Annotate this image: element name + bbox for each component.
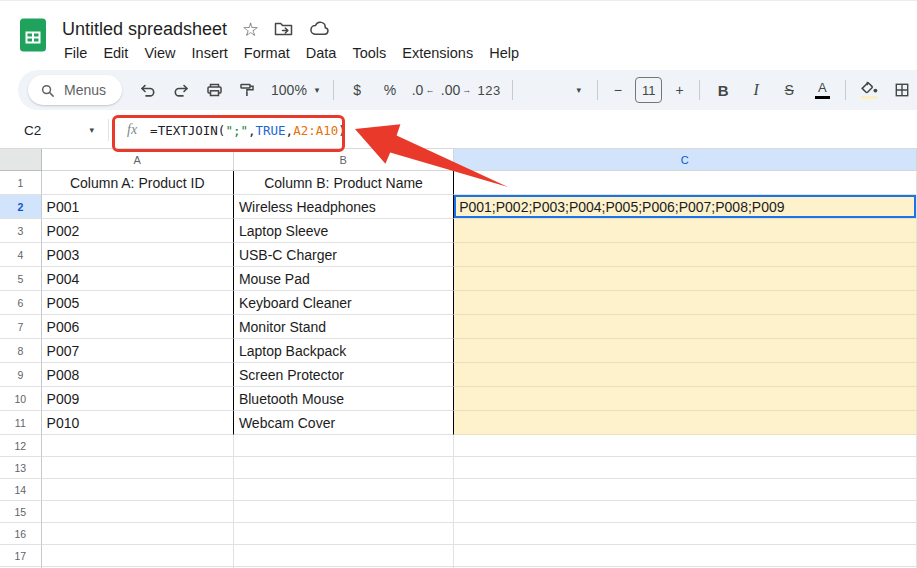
select-all-corner[interactable] <box>0 149 42 171</box>
undo-button[interactable] <box>133 76 163 104</box>
cell-C8[interactable] <box>454 339 917 363</box>
cell-B14[interactable] <box>234 479 454 501</box>
menu-insert[interactable]: Insert <box>184 43 236 63</box>
row-header-8[interactable]: 8 <box>0 339 42 363</box>
text-color-button[interactable]: A <box>807 76 837 104</box>
formula-text[interactable]: =TEXTJOIN(";",TRUE,A2:A10) <box>150 123 346 138</box>
fill-color-button[interactable] <box>854 76 884 104</box>
cell-A14[interactable] <box>42 479 234 501</box>
row-header-4[interactable]: 4 <box>0 243 42 267</box>
cell-B7[interactable]: Monitor Stand <box>234 315 454 339</box>
move-folder-icon[interactable] <box>274 21 294 37</box>
cell-A6[interactable]: P005 <box>42 291 234 315</box>
cell-C13[interactable] <box>454 457 917 479</box>
cell-C16[interactable] <box>454 523 917 545</box>
cell-C11[interactable] <box>454 411 917 435</box>
cell-C17[interactable] <box>454 545 917 567</box>
row-header-6[interactable]: 6 <box>0 291 42 315</box>
cell-B15[interactable] <box>234 501 454 523</box>
cell-B6[interactable]: Keyboard Cleaner <box>234 291 454 315</box>
menu-tools[interactable]: Tools <box>344 43 394 63</box>
cell-A9[interactable]: P008 <box>42 363 234 387</box>
row-header-1[interactable]: 1 <box>0 171 42 195</box>
menu-edit[interactable]: Edit <box>95 43 136 63</box>
cell-A8[interactable]: P007 <box>42 339 234 363</box>
cell-C6[interactable] <box>454 291 917 315</box>
cell-C14[interactable] <box>454 479 917 501</box>
column-header-B[interactable]: B <box>234 149 454 171</box>
strikethrough-button[interactable]: S <box>774 76 804 104</box>
row-header-3[interactable]: 3 <box>0 219 42 243</box>
cell-B16[interactable] <box>234 523 454 545</box>
row-header-11[interactable]: 11 <box>0 411 42 435</box>
sheets-logo-icon[interactable] <box>19 18 47 56</box>
cell-B10[interactable]: Bluetooth Mouse <box>234 387 454 411</box>
cell-B4[interactable]: USB-C Charger <box>234 243 454 267</box>
row-header-5[interactable]: 5 <box>0 267 42 291</box>
row-header-7[interactable]: 7 <box>0 315 42 339</box>
menu-view[interactable]: View <box>136 43 183 63</box>
menus-search-button[interactable]: Menus <box>28 75 122 105</box>
redo-button[interactable] <box>166 76 196 104</box>
decrease-decimal-button[interactable]: .0← <box>408 76 438 104</box>
cell-C12[interactable] <box>454 435 917 457</box>
cell-A4[interactable]: P003 <box>42 243 234 267</box>
menu-format[interactable]: Format <box>236 43 298 63</box>
cell-B11[interactable]: Webcam Cover <box>234 411 454 435</box>
cell-C15[interactable] <box>454 501 917 523</box>
cell-B13[interactable] <box>234 457 454 479</box>
row-header-12[interactable]: 12 <box>0 435 42 457</box>
cloud-saved-icon[interactable] <box>309 21 331 37</box>
cell-A13[interactable] <box>42 457 234 479</box>
cell-B8[interactable]: Laptop Backpack <box>234 339 454 363</box>
row-header-9[interactable]: 9 <box>0 363 42 387</box>
cell-A16[interactable] <box>42 523 234 545</box>
cell-A1[interactable]: Column A: Product ID <box>42 171 234 195</box>
cell-A2[interactable]: P001 <box>42 195 234 219</box>
cell-C3[interactable] <box>454 219 917 243</box>
cell-C1[interactable] <box>454 171 917 195</box>
cell-C2[interactable]: P001;P002;P003;P004;P005;P006;P007;P008;… <box>454 195 917 219</box>
borders-button[interactable] <box>887 76 917 104</box>
cell-A10[interactable]: P009 <box>42 387 234 411</box>
cell-B3[interactable]: Laptop Sleeve <box>234 219 454 243</box>
cell-A5[interactable]: P004 <box>42 267 234 291</box>
cell-B2[interactable]: Wireless Headphones <box>234 195 454 219</box>
cell-A17[interactable] <box>42 545 234 567</box>
menu-help[interactable]: Help <box>481 43 527 63</box>
column-header-C[interactable]: C <box>454 149 917 171</box>
cell-C9[interactable] <box>454 363 917 387</box>
cell-A12[interactable] <box>42 435 234 457</box>
name-box[interactable]: C2 ▾ <box>0 112 108 148</box>
menu-extensions[interactable]: Extensions <box>394 43 481 63</box>
menu-file[interactable]: File <box>56 43 95 63</box>
cell-B1[interactable]: Column B: Product Name <box>234 171 454 195</box>
row-header-14[interactable]: 14 <box>0 479 42 501</box>
cell-B17[interactable] <box>234 545 454 567</box>
star-icon[interactable]: ☆ <box>242 20 259 39</box>
cell-C4[interactable] <box>454 243 917 267</box>
increase-font-size-button[interactable]: + <box>667 76 691 104</box>
row-header-17[interactable]: 17 <box>0 545 42 567</box>
bold-button[interactable]: B <box>708 76 738 104</box>
row-header-16[interactable]: 16 <box>0 523 42 545</box>
row-header-10[interactable]: 10 <box>0 387 42 411</box>
zoom-control[interactable]: 100% ▾ <box>265 76 325 104</box>
decrease-font-size-button[interactable]: − <box>606 76 630 104</box>
cell-C7[interactable] <box>454 315 917 339</box>
increase-decimal-button[interactable]: .00→ <box>441 76 471 104</box>
row-header-15[interactable]: 15 <box>0 501 42 523</box>
row-header-13[interactable]: 13 <box>0 457 42 479</box>
cell-C5[interactable] <box>454 267 917 291</box>
column-header-A[interactable]: A <box>42 149 234 171</box>
currency-format-button[interactable]: $ <box>342 76 372 104</box>
cell-A11[interactable]: P010 <box>42 411 234 435</box>
cell-A3[interactable]: P002 <box>42 219 234 243</box>
cell-B5[interactable]: Mouse Pad <box>234 267 454 291</box>
print-button[interactable] <box>199 76 229 104</box>
number-format-button[interactable]: 123 <box>474 76 504 104</box>
document-title[interactable]: Untitled spreadsheet <box>62 19 227 40</box>
paint-format-button[interactable] <box>232 76 262 104</box>
font-size-input[interactable]: 11 <box>635 77 663 103</box>
cell-A15[interactable] <box>42 501 234 523</box>
